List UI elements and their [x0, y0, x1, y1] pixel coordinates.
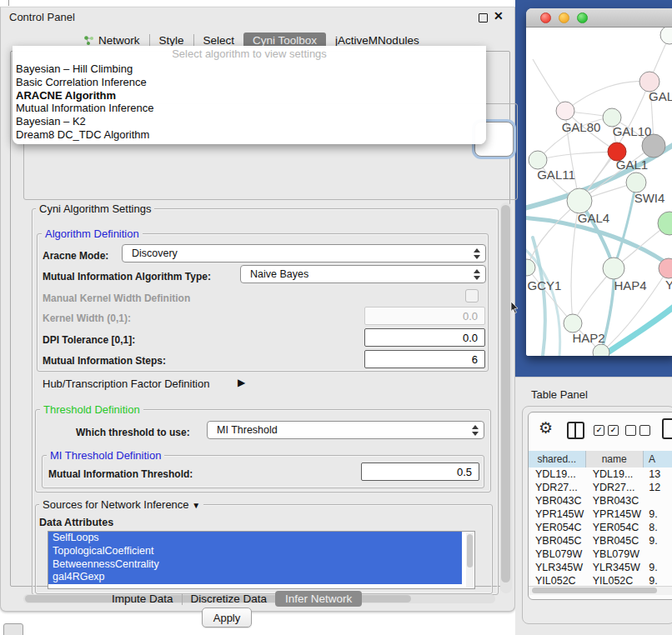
sources-group-title[interactable]: Sources for Network Inference ▼	[39, 498, 203, 511]
mi-type-label: Mutual Information Algorithm Type:	[43, 271, 211, 282]
table-row[interactable]: YBR045CYBR045C9.	[529, 534, 672, 548]
tab-infer-network[interactable]: Infer Network	[275, 591, 362, 607]
network-node-gal80[interactable]	[556, 102, 574, 120]
network-node[interactable]	[658, 212, 672, 235]
column-header-partial[interactable]: A	[644, 451, 672, 468]
network-node-gal11[interactable]	[529, 151, 547, 169]
tab-label: Cyni Toolbox	[253, 34, 317, 47]
scrollbar-thumb[interactable]	[532, 588, 657, 593]
table-row[interactable]: YER054CYER054C8.	[529, 521, 672, 534]
tab-label: Network	[98, 34, 140, 47]
network-canvas[interactable]: GALGAL80GAL10GAL1GAL11SWI4GAL4GCY1HAP4YH…	[526, 28, 672, 356]
mi-steps-label: Mutual Information Steps:	[43, 355, 166, 367]
attribute-list-item[interactable]: gal4RGexp	[48, 571, 462, 584]
screen: Control Panel ✕ Network Style Select	[0, 0, 672, 635]
float-window-icon[interactable]	[479, 13, 488, 22]
unchecked-box-icon	[639, 425, 650, 436]
which-threshold-select[interactable]: MI Threshold	[207, 421, 484, 439]
network-node-gcy1[interactable]	[526, 259, 535, 276]
list-scrollbar[interactable]	[466, 532, 474, 588]
data-attributes-list[interactable]: SelfLoopsTopologicalCoefficientBetweenne…	[48, 531, 475, 589]
network-node-label: GAL1	[616, 158, 648, 172]
table-cell: 9.	[644, 574, 672, 586]
zoom-traffic-light[interactable]	[577, 12, 588, 23]
table-row[interactable]: YBR043CYBR043C	[529, 494, 672, 508]
mi-steps-field[interactable]: 6	[364, 350, 485, 368]
table-row[interactable]: YLR345WYLR345W9.	[529, 561, 672, 574]
group-title: Sources for Network Inference	[43, 498, 189, 511]
aracne-mode-select[interactable]: Discovery	[122, 244, 486, 262]
dropdown-item[interactable]: Basic Correlation Inference	[13, 76, 486, 89]
mouse-cursor	[510, 302, 520, 313]
dropdown-item[interactable]: Bayesian – Hill Climbing	[13, 62, 486, 76]
tab-label: jActiveMNodules	[335, 34, 419, 47]
dpi-tolerance-field[interactable]: 0.0	[364, 328, 485, 347]
dropdown-item[interactable]: Mutual Information Inference	[13, 102, 486, 115]
table-cell: YDL19...	[586, 468, 644, 481]
network-node-label: GAL11	[537, 168, 575, 182]
column-header-shared-name[interactable]: shared...	[529, 451, 586, 468]
network-node-label: Y	[665, 278, 672, 292]
attribute-list-item[interactable]: SelfLoops	[48, 532, 462, 545]
mi-algorithm-type-select[interactable]: Naive Bayes	[240, 265, 486, 283]
mi-threshold-label: Mutual Information Threshold:	[48, 468, 193, 480]
table-cell: YLR345W	[586, 561, 644, 574]
network-node-hap4[interactable]	[603, 258, 624, 279]
table-cell: YBR043C	[586, 494, 644, 508]
attribute-list-item[interactable]: TopologicalCoefficient	[48, 545, 462, 558]
table-subpanel: ⚙ ✓ ✓ shared... name A	[522, 406, 672, 624]
network-node[interactable]	[660, 28, 672, 44]
table-cell: YBL079W	[586, 548, 644, 561]
apply-button[interactable]: Apply	[202, 608, 252, 628]
dropdown-item[interactable]: Bayesian – K2	[13, 115, 486, 128]
collapsed-panel-button[interactable]	[3, 623, 23, 635]
hub-definition-expander[interactable]: Hub/Transcription Factor Definition	[43, 378, 209, 390]
attribute-list-item[interactable]: BetweennessCentrality	[48, 558, 462, 572]
table-row[interactable]: YBL079WYBL079W	[529, 548, 672, 561]
which-threshold-label: Which threshold to use:	[76, 427, 190, 438]
window-titlebar[interactable]	[526, 8, 672, 28]
select-all-icon[interactable]: ✓ ✓	[594, 425, 619, 436]
close-traffic-light[interactable]	[540, 12, 551, 23]
table-horizontal-scrollbar[interactable]	[529, 586, 672, 595]
table-row[interactable]: YIL052CYIL052C9.	[529, 574, 672, 586]
table-row[interactable]: YDL19...YDL19...13	[529, 468, 672, 481]
show-columns-icon[interactable]	[567, 422, 584, 439]
field-value: 6	[472, 353, 478, 366]
table-cell: YBR043C	[529, 494, 586, 508]
deselect-all-icon[interactable]	[625, 425, 650, 436]
expander-arrow-icon[interactable]: ▶	[238, 377, 245, 388]
export-table-icon[interactable]	[662, 418, 672, 439]
collapse-arrow-icon[interactable]: ▼	[192, 501, 200, 510]
network-node-hap2[interactable]	[564, 314, 582, 332]
table-cell: YPR145W	[586, 508, 644, 521]
scrollbar-thumb[interactable]	[467, 534, 473, 568]
field-value: 0.0	[463, 332, 478, 344]
table-cell	[644, 494, 672, 508]
table-cell: YER054C	[586, 521, 644, 534]
checked-box-icon: ✓	[594, 425, 604, 436]
manual-kernel-checkbox[interactable]	[465, 289, 479, 302]
dpi-tolerance-label: DPI Tolerance [0,1]:	[43, 334, 135, 346]
network-node-gal4[interactable]	[567, 188, 592, 213]
column-header-name[interactable]: name	[586, 451, 644, 468]
network-node-swi4[interactable]	[626, 172, 646, 192]
dropdown-item[interactable]: ARACNE Algorithm	[13, 89, 486, 102]
network-node-label: HAP2	[572, 331, 604, 345]
minimize-traffic-light[interactable]	[559, 12, 569, 23]
mi-threshold-field[interactable]: 0.5	[361, 462, 479, 481]
table-cell: 13	[644, 468, 672, 481]
scrollbar-thumb[interactable]	[501, 205, 510, 582]
tab-label: Style	[159, 34, 184, 47]
kernel-width-field[interactable]: 0.0	[364, 307, 485, 325]
group-title: Cyni Algorithm Settings	[36, 202, 154, 215]
dropdown-item[interactable]: Dream8 DC_TDC Algorithm	[13, 128, 486, 142]
tab-discretize-data[interactable]: Discretize Data	[183, 591, 276, 607]
close-icon[interactable]: ✕	[494, 9, 504, 22]
table-cell: YDL19...	[529, 468, 586, 481]
tab-impute-data[interactable]: Impute Data	[103, 591, 182, 607]
table-row[interactable]: YDR27...YDR27...12	[529, 481, 672, 494]
table-cell: YBL079W	[529, 548, 586, 561]
gear-icon[interactable]: ⚙	[539, 418, 553, 438]
table-row[interactable]: YPR145WYPR145W9.	[529, 508, 672, 521]
